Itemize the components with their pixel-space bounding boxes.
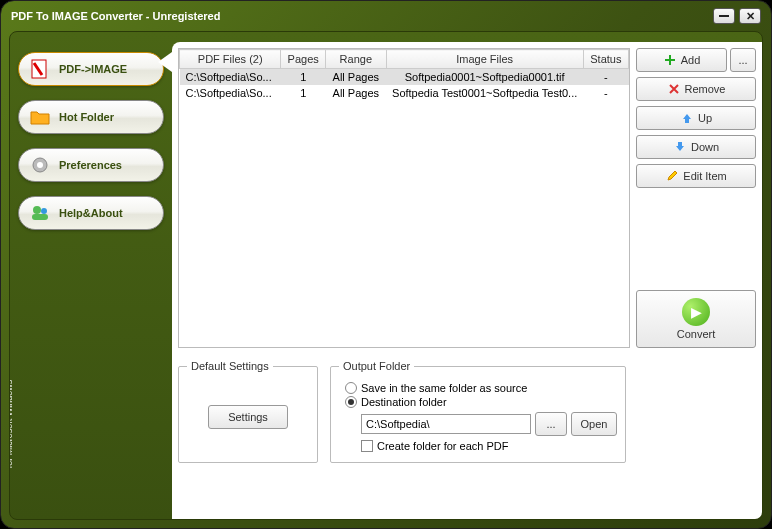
radio-destination-folder[interactable]: Destination folder bbox=[345, 396, 617, 408]
svg-rect-0 bbox=[719, 15, 729, 17]
default-settings-legend: Default Settings bbox=[187, 360, 273, 372]
col-range[interactable]: Range bbox=[326, 50, 387, 69]
col-status[interactable]: Status bbox=[583, 50, 628, 69]
nav-hot-folder[interactable]: Hot Folder bbox=[18, 100, 164, 134]
gear-icon bbox=[29, 154, 51, 176]
nav-label: Hot Folder bbox=[59, 111, 114, 123]
table-row[interactable]: C:\Softpedia\So... 1 All Pages Softpedia… bbox=[180, 69, 629, 86]
col-pdf[interactable]: PDF Files (2) bbox=[180, 50, 281, 69]
sidebar: PDF->IMAGE Hot Folder Preferences Help&A… bbox=[10, 32, 172, 519]
browse-button[interactable]: ... bbox=[535, 412, 567, 436]
play-icon: ▶ bbox=[682, 298, 710, 326]
radio-icon bbox=[345, 396, 357, 408]
checkbox-icon bbox=[361, 440, 373, 452]
output-folder-group: Output Folder Save in the same folder as… bbox=[330, 360, 626, 463]
file-table[interactable]: PDF Files (2) Pages Range Image Files St… bbox=[178, 48, 630, 348]
col-pages[interactable]: Pages bbox=[281, 50, 326, 69]
folder-icon bbox=[29, 106, 51, 128]
svg-rect-6 bbox=[32, 214, 48, 220]
nav-label: Preferences bbox=[59, 159, 122, 171]
add-button[interactable]: Add bbox=[636, 48, 727, 72]
checkbox-create-subfolder[interactable]: Create folder for each PDF bbox=[361, 440, 617, 452]
radio-icon bbox=[345, 382, 357, 394]
arrow-down-icon bbox=[673, 140, 687, 154]
minimize-button[interactable] bbox=[713, 8, 735, 24]
settings-button[interactable]: Settings bbox=[208, 405, 288, 429]
app-window: PDF To IMAGE Converter - Unregistered ✕ … bbox=[0, 0, 772, 529]
window-title: PDF To IMAGE Converter - Unregistered bbox=[11, 10, 220, 22]
convert-button[interactable]: ▶ Convert bbox=[636, 290, 756, 348]
col-image[interactable]: Image Files bbox=[386, 50, 583, 69]
x-icon bbox=[667, 82, 681, 96]
edit-item-button[interactable]: Edit Item bbox=[636, 164, 756, 188]
svg-point-4 bbox=[33, 206, 41, 214]
default-settings-group: Default Settings Settings bbox=[178, 360, 318, 463]
table-row[interactable]: C:\Softpedia\So... 1 All Pages Softpedia… bbox=[180, 85, 629, 101]
titlebar: PDF To IMAGE Converter - Unregistered ✕ bbox=[1, 1, 771, 31]
remove-button[interactable]: Remove bbox=[636, 77, 756, 101]
output-folder-legend: Output Folder bbox=[339, 360, 414, 372]
people-icon bbox=[29, 202, 51, 224]
action-column: Add ... Remove Up Down bbox=[636, 48, 756, 348]
pdf-icon bbox=[29, 58, 51, 80]
arrow-up-icon bbox=[680, 111, 694, 125]
add-menu-button[interactable]: ... bbox=[730, 48, 756, 72]
main-panel: PDF Files (2) Pages Range Image Files St… bbox=[172, 42, 762, 519]
close-button[interactable]: ✕ bbox=[739, 8, 761, 24]
pencil-icon bbox=[665, 169, 679, 183]
brand-tagline2: for Microsoft Windows bbox=[9, 349, 14, 499]
nav-label: Help&About bbox=[59, 207, 123, 219]
brand-vertical: OPOOSOFT The Professional PDF Authoring … bbox=[9, 349, 14, 499]
nav-pdf-to-image[interactable]: PDF->IMAGE bbox=[18, 52, 164, 86]
down-button[interactable]: Down bbox=[636, 135, 756, 159]
nav-label: PDF->IMAGE bbox=[59, 63, 127, 75]
plus-icon bbox=[663, 53, 677, 67]
nav-help-about[interactable]: Help&About bbox=[18, 196, 164, 230]
nav-preferences[interactable]: Preferences bbox=[18, 148, 164, 182]
radio-same-folder[interactable]: Save in the same folder as source bbox=[345, 382, 617, 394]
svg-point-5 bbox=[41, 208, 47, 214]
destination-path-input[interactable] bbox=[361, 414, 531, 434]
up-button[interactable]: Up bbox=[636, 106, 756, 130]
open-button[interactable]: Open bbox=[571, 412, 617, 436]
svg-point-3 bbox=[37, 162, 43, 168]
